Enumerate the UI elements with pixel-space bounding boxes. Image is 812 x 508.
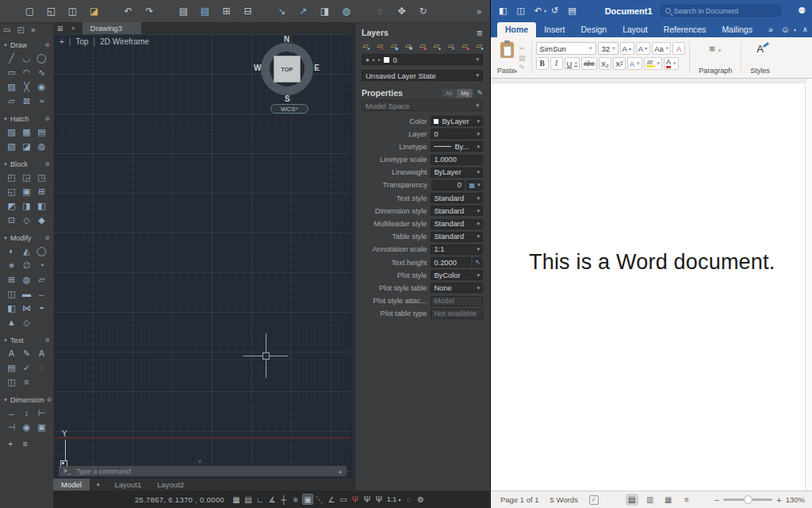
document-page[interactable]: This is a Word document.	[491, 79, 812, 491]
views-icon[interactable]: ◰	[17, 25, 24, 34]
annotation-scale-list-icon[interactable]: Ψ	[373, 494, 385, 505]
hatch-boundary-icon[interactable]: ◪	[19, 139, 34, 153]
hatch-solid-icon[interactable]: ▤	[34, 125, 49, 139]
viewport-icon[interactable]: ▭	[3, 25, 10, 34]
viewport-visual-style-control[interactable]: 2D Wireframe	[100, 37, 149, 46]
fillet-icon[interactable]: ◔	[34, 258, 49, 272]
explode-icon[interactable]: ∗	[4, 258, 19, 272]
transparency-icon[interactable]: ▣	[302, 494, 313, 505]
layer-properties-icon[interactable]: ▱●	[362, 41, 369, 50]
annotation-scale-value[interactable]: 1:1▾	[387, 495, 401, 503]
new-file-icon[interactable]: ▢	[23, 5, 36, 18]
layout-tab-2[interactable]: Layout2	[149, 479, 192, 491]
wcs-dropdown[interactable]: WCS ˅	[270, 104, 308, 114]
property-value-dropdown[interactable]: 1:1	[431, 244, 483, 255]
font-name-combo[interactable]: SimSun	[536, 42, 596, 55]
dimension-style-icon[interactable]: ▣	[34, 420, 49, 434]
autoscale-icon[interactable]: Ψ	[362, 494, 373, 505]
section-settings-icon[interactable]: ⊗	[44, 234, 50, 241]
layer-lock-icon[interactable]: ▱◆	[419, 41, 426, 50]
etransmit-icon[interactable]: ◍	[339, 5, 353, 18]
palette-menu-icon[interactable]: ≡	[22, 439, 27, 448]
chamfer-icon[interactable]: ◓	[34, 301, 49, 315]
set-base-point-icon[interactable]: ⊡	[4, 213, 19, 227]
feedback-smiley-icon[interactable]: ☺	[781, 25, 790, 34]
property-value-dropdown[interactable]: ByLayer	[431, 167, 483, 178]
share-add-person-icon[interactable]: ⚉	[798, 6, 806, 16]
chevron-down-icon[interactable]: ▾	[794, 27, 796, 33]
grid-icon[interactable]: ▦	[231, 494, 242, 505]
format-painter-icon[interactable]: ✎	[519, 64, 526, 71]
tab-home[interactable]: Home	[497, 22, 536, 37]
chevron-down-icon[interactable]: ▾	[544, 8, 546, 13]
highlight-button[interactable]	[644, 57, 663, 70]
property-value-dropdown[interactable]: ByLayer	[431, 116, 483, 126]
angular-dimension-icon[interactable]: ⊢	[34, 406, 49, 420]
clear-formatting-button[interactable]: A	[672, 42, 685, 55]
ortho-icon[interactable]: ∟	[255, 494, 266, 505]
linear-dimension-icon[interactable]: ↔	[4, 406, 19, 420]
edit-block-icon[interactable]: ◳	[34, 170, 49, 184]
transparency-dropdown[interactable]: ▦	[466, 180, 483, 190]
find-text-icon[interactable]: ◌	[34, 360, 49, 375]
edit-text-icon[interactable]: ✎	[19, 346, 34, 360]
copy-icon[interactable]: ⊞	[220, 5, 233, 18]
pan-icon[interactable]: ✥	[395, 5, 408, 18]
purge-block-icon[interactable]: ◆	[34, 213, 49, 227]
polyline-icon[interactable]: ◡	[19, 51, 34, 65]
tab-references[interactable]: References	[656, 22, 714, 37]
model-tab[interactable]: Model	[53, 479, 90, 491]
redo-icon[interactable]: ↺	[551, 6, 558, 16]
collapse-ribbon-icon[interactable]: ∧	[802, 25, 808, 33]
viewcube-north[interactable]: N	[284, 35, 289, 44]
attribute-icon[interactable]: ◱	[4, 184, 19, 198]
section-settings-icon[interactable]: ⊗	[44, 115, 50, 122]
layer-unlock-icon[interactable]: ▱◆	[462, 41, 468, 50]
redo-icon[interactable]: ↷	[143, 5, 156, 18]
viewport-view-control[interactable]: Top	[75, 37, 88, 46]
aligned-dimension-icon[interactable]: ↕	[19, 406, 34, 420]
drawing-canvas[interactable]: + | Top | 2D Wireframe N S W E TOP WCS ˅…	[53, 34, 354, 479]
hatch-icon[interactable]: ▨	[4, 125, 19, 139]
viewcube-top-face[interactable]: TOP	[274, 56, 301, 83]
selection-cycling-icon[interactable]: ⋱	[314, 494, 325, 505]
property-value-dropdown[interactable]: By...	[431, 141, 483, 152]
single-text-icon[interactable]: A	[34, 346, 49, 360]
selection-box-icon[interactable]: ▭	[338, 494, 349, 505]
spline-icon[interactable]: ∿	[34, 65, 49, 79]
lineweight-icon[interactable]: ≡	[290, 494, 301, 505]
move-icon[interactable]: ◐	[4, 244, 19, 258]
circle-icon[interactable]: ◯	[34, 51, 49, 65]
zoom-percentage[interactable]: 130%	[786, 495, 805, 504]
text-style-icon[interactable]: ▤	[4, 360, 19, 375]
point-icon[interactable]: ╳	[19, 79, 34, 94]
styles-brush-icon[interactable]: A	[756, 43, 764, 55]
sync-attribute-icon[interactable]: ◩	[4, 198, 19, 213]
print-layout-view-icon[interactable]: ▤	[626, 494, 638, 506]
wblock-icon[interactable]: ◇	[19, 213, 34, 227]
undo-icon[interactable]: ↶	[534, 6, 542, 16]
join-icon[interactable]: ⋈	[19, 301, 34, 315]
print-icon[interactable]: ▤	[568, 6, 576, 16]
current-layer-dropdown[interactable]: ● ▪ ▪ 0	[362, 54, 483, 65]
save-icon[interactable]: ◫	[516, 6, 524, 16]
command-line[interactable]: >_ Type a command ▴	[59, 466, 347, 476]
shrink-font-button[interactable]: A	[636, 42, 650, 55]
grow-font-button[interactable]: A	[620, 42, 634, 55]
search-input[interactable]: Search in Document	[661, 5, 781, 17]
section-settings-icon[interactable]: ⊗	[44, 160, 50, 167]
zoom-tool-icon[interactable]: ◌	[373, 5, 387, 18]
property-value-dropdown[interactable]: Standard	[431, 232, 483, 242]
properties-filter-my[interactable]: My	[457, 89, 473, 98]
hatch-gradient-icon[interactable]: ▧	[4, 139, 19, 153]
page-count[interactable]: Page 1 of 1	[500, 495, 539, 504]
viewcube-south[interactable]: S	[285, 94, 290, 103]
palette-section-header[interactable]: ▼Block⊗	[0, 159, 53, 169]
viewport-menu-button[interactable]: +	[59, 37, 64, 46]
sidebar-toggle-icon[interactable]: ◧	[499, 6, 507, 16]
block-palette-icon[interactable]: ◧	[34, 198, 49, 213]
array-icon[interactable]: ⊞	[4, 272, 19, 287]
extend-icon[interactable]: ↔	[34, 287, 49, 301]
paragraph-label[interactable]: Paragraph	[699, 67, 732, 75]
region-icon[interactable]: ▱	[4, 94, 19, 108]
